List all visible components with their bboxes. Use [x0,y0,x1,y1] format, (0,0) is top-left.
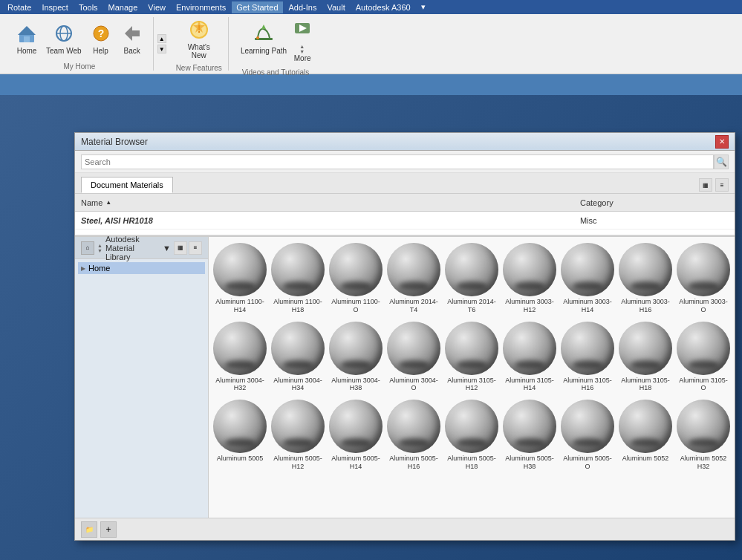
material-item-25[interactable]: Aluminum 5052 [617,397,674,474]
material-item-9[interactable]: Aluminum 3004-H32 [212,319,268,396]
add-library-button[interactable]: + [100,521,117,538]
menu-more[interactable]: ▾ [417,1,430,13]
material-item-17[interactable]: Aluminum 3105-O [675,319,732,396]
material-sphere-25 [619,400,672,453]
tab-document-materials[interactable]: Document Materials [81,177,173,193]
material-item-22[interactable]: Aluminum 5005-H18 [443,397,500,474]
nav-list-icon[interactable]: ≡ [189,241,202,255]
th-category-label: Category [580,198,614,207]
menu-manage[interactable]: Manage [104,1,143,13]
material-sphere-1 [271,243,325,296]
scroll-up-button[interactable]: ▲ [157,34,166,43]
team-web-label: Team Web [46,47,82,55]
material-grid-row-1: Aluminum 1100-H14 Aluminum 1100-H18 Alum… [212,240,732,317]
more-down[interactable]: ▼ [299,49,305,54]
material-label-7: Aluminum 3003-H16 [619,298,672,314]
myhome-group-label: My Home [63,62,95,71]
tree-item-home[interactable]: ▶ Home [78,262,205,274]
dialog-search-bar: 🔍 [75,151,735,173]
nav-grid-icon[interactable]: ▦ [174,241,187,255]
svg-marker-14 [261,25,266,29]
material-sphere-8 [677,243,730,296]
whats-new-label: What'sNew [188,43,210,59]
dialog-title-text: Material Browser [81,137,715,147]
ribbon-group-myhome: Home Team Web ? Help [6,17,154,71]
material-item-13[interactable]: Aluminum 3105-H12 [443,319,500,396]
material-sphere-3 [387,243,440,296]
nav-view-icons: ▦ ≡ [174,241,202,255]
scroll-down-button[interactable]: ▼ [157,45,166,53]
add-material-button[interactable]: 📁 [81,521,97,538]
material-item-10[interactable]: Aluminum 3004-H34 [270,319,326,396]
material-item-26[interactable]: Aluminum 5052 H32 [675,397,732,474]
help-button[interactable]: ? Help [86,20,116,56]
svg-marker-8 [125,26,140,41]
th-category: Category [580,198,729,207]
material-sphere-15 [561,322,614,375]
material-sphere-24 [561,400,614,453]
more-button[interactable] [292,14,313,44]
material-sphere-7 [619,243,672,296]
material-item-14[interactable]: Aluminum 3105-H14 [501,319,558,396]
more-up[interactable]: ▲ [299,44,305,49]
dialog-search-input[interactable] [81,154,714,169]
material-item-3[interactable]: Aluminum 2014-T4 [385,240,442,317]
material-sphere-16 [619,322,672,375]
tab-icons: ▦ ≡ [699,178,729,192]
nav-down-button[interactable]: ▼ [97,248,102,253]
material-label-26: Aluminum 5052 H32 [677,455,730,471]
material-item-1[interactable]: Aluminum 1100-H18 [270,240,326,317]
material-item-18[interactable]: Aluminum 5005 [212,397,268,474]
material-label-11: Aluminum 3004-H38 [329,377,383,393]
tab-list-icon[interactable]: ≡ [715,178,729,192]
material-item-12[interactable]: Aluminum 3004-O [385,319,442,396]
material-item-16[interactable]: Aluminum 3105-H18 [617,319,674,396]
nav-library-text: Autodesk Material Library [105,235,161,261]
home-button[interactable]: Home [12,20,42,56]
dialog-close-button[interactable]: ✕ [715,135,729,149]
browser-home-button[interactable]: ⌂ [81,241,94,255]
tab-document-materials-label: Document Materials [91,180,163,189]
menu-rotate[interactable]: Rotate [3,1,36,13]
material-item-4[interactable]: Aluminum 2014-T6 [443,240,500,317]
material-sphere-10 [271,322,325,375]
material-item-5[interactable]: Aluminum 3003-H12 [501,240,558,317]
material-item-6[interactable]: Aluminum 3003-H14 [559,240,616,317]
dialog-search-submit[interactable]: 🔍 [714,154,729,169]
whats-new-button[interactable]: ! What'sNew [184,16,214,61]
menu-autodesk-a360[interactable]: Autodesk A360 [351,1,415,13]
table-spacer [75,229,735,235]
material-item-2[interactable]: Aluminum 1100-O [328,240,384,317]
back-label: Back [124,47,140,55]
menu-view[interactable]: View [143,1,170,13]
material-item-19[interactable]: Aluminum 5005-H12 [270,397,326,474]
tab-grid-icon[interactable]: ▦ [699,178,712,192]
material-item-24[interactable]: Aluminum 5005-O [559,397,616,474]
table-row-0[interactable]: Steel, AISI HR1018 Misc [75,212,735,229]
back-button[interactable]: Back [117,20,147,56]
material-sphere-5 [503,243,556,296]
nav-up-button[interactable]: ▲ [97,243,102,248]
menu-inspect[interactable]: Inspect [37,1,72,13]
material-sphere-26 [677,400,730,453]
material-item-8[interactable]: Aluminum 3003-O [675,240,732,317]
nav-dropdown-icon: ▼ [163,244,171,253]
material-item-21[interactable]: Aluminum 5005-H16 [385,397,442,474]
learning-path-button[interactable]: Learning Path [238,20,290,56]
material-item-0[interactable]: Aluminum 1100-H14 [212,240,268,317]
team-web-button[interactable]: Team Web [43,20,85,56]
menu-environments[interactable]: Environments [172,1,230,13]
material-item-15[interactable]: Aluminum 3105-H16 [559,319,616,396]
material-label-21: Aluminum 5005-H16 [387,455,440,471]
menu-vault[interactable]: Vault [322,1,349,13]
material-item-23[interactable]: Aluminum 5005-H38 [501,397,558,474]
toolbar: Rotate Inspect Tools Manage View Environ… [0,0,742,74]
menu-tools[interactable]: Tools [74,1,102,13]
material-item-20[interactable]: Aluminum 5005-H14 [328,397,384,474]
material-item-7[interactable]: Aluminum 3003-H16 [617,240,674,317]
material-label-17: Aluminum 3105-O [677,377,730,393]
material-sphere-6 [561,243,614,296]
material-sphere-19 [271,400,325,453]
nav-library-label: Autodesk Material Library ▼ [105,235,171,261]
material-item-11[interactable]: Aluminum 3004-H38 [328,319,384,396]
